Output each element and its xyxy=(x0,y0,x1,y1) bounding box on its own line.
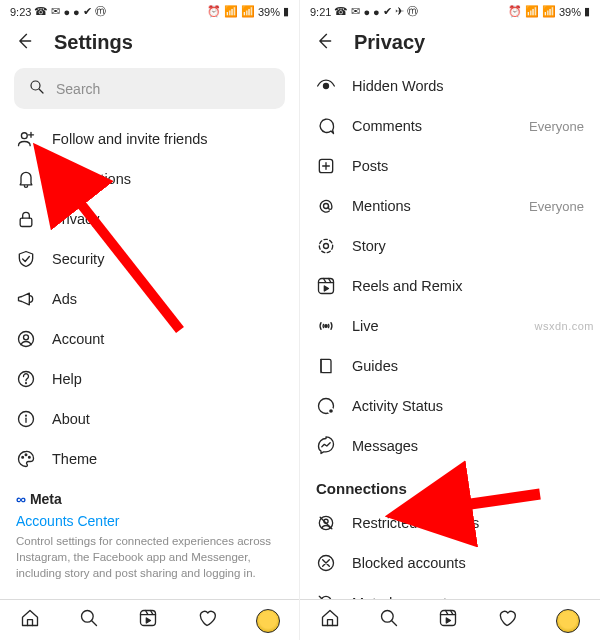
comment-icon xyxy=(316,116,336,136)
search-icon xyxy=(28,78,46,99)
item-notifications[interactable]: Notifications xyxy=(0,159,299,199)
item-security[interactable]: Security xyxy=(0,239,299,279)
reels-nav-icon[interactable] xyxy=(438,608,458,634)
status-left-icons: 9:23 ☎✉●●✔ⓜ xyxy=(10,4,106,19)
connections-title: Connections xyxy=(300,466,600,503)
heart-nav-icon[interactable] xyxy=(497,608,517,634)
help-icon xyxy=(16,369,36,389)
item-activity-status[interactable]: Activity Status xyxy=(300,386,600,426)
item-story[interactable]: Story xyxy=(300,226,600,266)
posts-icon xyxy=(316,156,336,176)
svg-point-1 xyxy=(21,133,27,139)
restricted-icon xyxy=(316,513,336,533)
status-battery: 39% xyxy=(559,6,581,18)
search-nav-icon[interactable] xyxy=(379,608,399,634)
lock-icon xyxy=(16,209,36,229)
item-follow-invite[interactable]: Follow and invite friends xyxy=(0,119,299,159)
item-messages[interactable]: Messages xyxy=(300,426,600,466)
status-time: 9:21 xyxy=(310,6,331,18)
svg-point-9 xyxy=(22,457,24,459)
search-placeholder: Search xyxy=(56,81,100,97)
status-value: Everyone xyxy=(529,199,584,214)
status-right-icons: ⏰📶📶 39% ▮ xyxy=(207,5,289,18)
status-bar: 9:21 ☎✉●●✔✈ⓜ ⏰📶📶 39% ▮ xyxy=(300,0,600,21)
svg-point-10 xyxy=(25,454,27,456)
header: Settings xyxy=(0,21,299,62)
item-privacy[interactable]: Privacy xyxy=(0,199,299,239)
profile-avatar[interactable] xyxy=(256,609,280,633)
item-theme[interactable]: Theme xyxy=(0,439,299,479)
svg-rect-2 xyxy=(20,218,32,226)
svg-rect-30 xyxy=(440,611,455,626)
svg-point-17 xyxy=(324,204,329,209)
svg-point-11 xyxy=(29,457,31,459)
blocked-icon xyxy=(316,553,336,573)
home-icon[interactable] xyxy=(320,608,340,634)
heart-nav-icon[interactable] xyxy=(197,608,217,634)
megaphone-icon xyxy=(16,289,36,309)
story-icon xyxy=(316,236,336,256)
user-icon xyxy=(16,329,36,349)
info-icon xyxy=(16,409,36,429)
shield-icon xyxy=(16,249,36,269)
item-account[interactable]: Account xyxy=(0,319,299,359)
item-mentions[interactable]: Mentions Everyone xyxy=(300,186,600,226)
svg-point-8 xyxy=(26,415,27,416)
eye-off-icon xyxy=(316,76,336,96)
messenger-icon xyxy=(316,436,336,456)
profile-avatar[interactable] xyxy=(556,609,580,633)
status-left-icons: 9:21 ☎✉●●✔✈ⓜ xyxy=(310,4,418,19)
guides-icon xyxy=(316,356,336,376)
search-nav-icon[interactable] xyxy=(79,608,99,634)
add-user-icon xyxy=(16,129,36,149)
page-title: Settings xyxy=(54,31,133,54)
search-input[interactable]: Search xyxy=(14,68,285,109)
reels-nav-icon[interactable] xyxy=(138,608,158,634)
svg-point-15 xyxy=(324,84,329,89)
svg-rect-13 xyxy=(140,611,155,626)
svg-point-23 xyxy=(329,409,334,414)
activity-icon xyxy=(316,396,336,416)
item-blocked[interactable]: Blocked accounts xyxy=(300,543,600,583)
item-about[interactable]: About xyxy=(0,399,299,439)
svg-point-0 xyxy=(31,81,40,90)
item-help[interactable]: Help xyxy=(0,359,299,399)
status-battery: 39% xyxy=(258,6,280,18)
at-icon xyxy=(316,196,336,216)
item-posts[interactable]: Posts xyxy=(300,146,600,186)
settings-screen: 9:23 ☎✉●●✔ⓜ ⏰📶📶 39% ▮ Settings Search Fo… xyxy=(0,0,300,640)
item-restricted[interactable]: Restricted accounts xyxy=(300,503,600,543)
svg-point-6 xyxy=(26,383,27,384)
svg-point-18 xyxy=(319,239,332,252)
item-reels-remix[interactable]: Reels and Remix xyxy=(300,266,600,306)
svg-point-19 xyxy=(324,244,329,249)
back-icon[interactable] xyxy=(314,31,334,54)
item-muted[interactable]: Muted accounts xyxy=(300,583,600,599)
palette-icon xyxy=(16,449,36,469)
svg-point-21 xyxy=(325,325,328,328)
bottom-nav xyxy=(300,599,600,640)
accounts-center-desc: Control settings for connected experienc… xyxy=(16,533,283,581)
status-bar: 9:23 ☎✉●●✔ⓜ ⏰📶📶 39% ▮ xyxy=(0,0,299,21)
item-guides[interactable]: Guides xyxy=(300,346,600,386)
meta-accounts-block: ∞ Meta Accounts Center Control settings … xyxy=(0,479,299,585)
bell-icon xyxy=(16,169,36,189)
svg-point-4 xyxy=(24,335,29,340)
bottom-nav xyxy=(0,599,299,640)
page-title: Privacy xyxy=(354,31,425,54)
status-time: 9:23 xyxy=(10,6,31,18)
accounts-center-link[interactable]: Accounts Center xyxy=(16,507,283,533)
status-value: Everyone xyxy=(529,119,584,134)
item-hidden-words[interactable]: Hidden Words xyxy=(300,66,600,106)
item-comments[interactable]: Comments Everyone xyxy=(300,106,600,146)
live-icon xyxy=(316,316,336,336)
watermark: wsxdn.com xyxy=(534,320,594,332)
svg-rect-20 xyxy=(319,279,334,294)
logins-title: Logins xyxy=(0,585,299,599)
home-icon[interactable] xyxy=(20,608,40,634)
settings-list: Follow and invite friends Notifications … xyxy=(0,115,299,599)
back-icon[interactable] xyxy=(14,31,34,54)
status-right-icons: ⏰📶📶 39% ▮ xyxy=(508,5,590,18)
item-ads[interactable]: Ads xyxy=(0,279,299,319)
meta-logo: ∞ Meta xyxy=(16,491,283,507)
